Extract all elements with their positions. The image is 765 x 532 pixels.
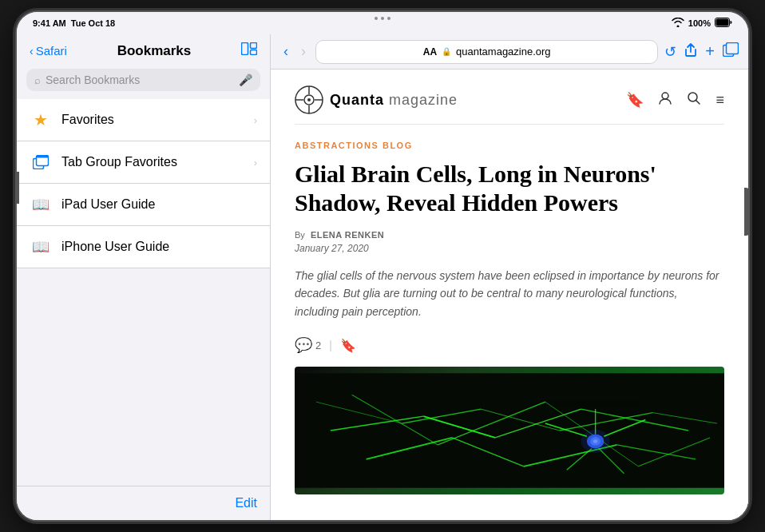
byline-name: ELENA RENKEN	[311, 230, 384, 240]
share-button[interactable]	[684, 42, 697, 62]
tab-group-favorites-item[interactable]: Tab Group Favorites ›	[17, 141, 270, 184]
bookmark-nav-icon[interactable]: 🔖	[626, 91, 644, 109]
byline-prefix: By	[295, 230, 305, 240]
iphone-guide-book-icon: 📖	[30, 236, 52, 258]
ipad-guide-book-icon: 📖	[30, 193, 52, 216]
back-chevron-icon: ‹	[30, 45, 34, 58]
article-byline: By ELENA RENKEN	[295, 230, 724, 240]
comment-count: 2	[315, 339, 321, 351]
battery-icon	[715, 18, 732, 29]
site-header: Quanta magazine 🔖	[295, 85, 724, 125]
back-label: Safari	[36, 44, 67, 58]
main-area: ‹ Safari Bookmarks ⌕ Search Bookmarks 🎤	[17, 34, 748, 520]
ipad-user-guide-label: iPad User Guide	[61, 197, 257, 212]
favorites-star-icon: ★	[30, 109, 52, 131]
date: Tue Oct 18	[71, 18, 115, 28]
svg-rect-2	[242, 43, 248, 55]
logo-quanta: Quanta	[330, 92, 384, 108]
article-content: Quanta magazine 🔖	[271, 69, 748, 520]
aa-button[interactable]: AA	[423, 46, 437, 58]
user-nav-icon[interactable]	[658, 91, 672, 109]
forward-button[interactable]: ›	[298, 40, 309, 63]
tab-group-favorites-label: Tab Group Favorites	[61, 155, 254, 169]
ipad-user-guide-item[interactable]: 📖 iPad User Guide	[17, 184, 270, 226]
wifi-icon	[672, 18, 684, 29]
svg-point-17	[662, 93, 668, 99]
article-actions: 💬 2 | 🔖	[295, 336, 724, 354]
save-article-icon[interactable]: 🔖	[340, 338, 356, 353]
back-to-safari-button[interactable]: ‹ Safari	[30, 44, 67, 58]
tabs-button[interactable]	[723, 42, 739, 61]
search-bookmarks-input[interactable]: Search Bookmarks	[46, 73, 234, 86]
url-text: quantamagazine.org	[456, 46, 551, 58]
comment-bubble-icon: 💬	[295, 336, 312, 354]
browser-area: ‹ › AA 🔒 quantamagazine.org ↺ +	[271, 34, 748, 520]
search-icon: ⌕	[34, 74, 41, 86]
comment-badge[interactable]: 💬 2	[295, 336, 321, 354]
iphone-user-guide-label: iPhone User Guide	[61, 240, 257, 254]
svg-rect-4	[251, 50, 257, 55]
iphone-user-guide-item[interactable]: 📖 iPhone User Guide	[17, 226, 270, 268]
svg-rect-20	[295, 373, 724, 487]
home-button	[744, 188, 750, 236]
tab-group-chevron-icon: ›	[254, 157, 257, 169]
sidebar-footer: Edit	[17, 486, 270, 520]
sidebar-layout-button[interactable]	[241, 42, 257, 59]
address-bar[interactable]: AA 🔒 quantamagazine.org	[315, 40, 658, 64]
article-date: January 27, 2020	[295, 243, 724, 254]
back-button[interactable]: ‹	[280, 40, 291, 63]
favorites-label: Favorites	[61, 113, 254, 127]
microphone-icon[interactable]: 🎤	[239, 73, 252, 86]
svg-rect-9	[727, 43, 739, 54]
bookmarks-sidebar: ‹ Safari Bookmarks ⌕ Search Bookmarks 🎤	[17, 34, 271, 520]
search-bookmarks-bar[interactable]: ⌕ Search Bookmarks 🎤	[26, 69, 260, 91]
favorites-chevron-icon: ›	[254, 114, 257, 126]
logo-area: Quanta magazine	[295, 85, 458, 114]
quanta-logo-icon	[295, 85, 323, 114]
logo-text: Quanta magazine	[330, 92, 458, 109]
add-tab-button[interactable]: +	[705, 42, 715, 61]
ipad-frame: 9:41 AM Tue Oct 18 100%	[15, 10, 750, 522]
volume-button	[15, 172, 19, 204]
article-category: ABSTRACTIONS BLOG	[295, 141, 724, 150]
divider: |	[329, 339, 332, 351]
logo-magazine: magazine	[389, 92, 458, 108]
toolbar-actions: ↺ +	[664, 42, 739, 62]
article-hero-image	[295, 367, 724, 494]
bookmark-list: ★ Favorites › Tab Group Favorites	[17, 99, 270, 486]
time: 9:41 AM	[33, 18, 66, 28]
svg-rect-3	[251, 43, 257, 49]
svg-point-16	[307, 98, 311, 101]
status-bar: 9:41 AM Tue Oct 18 100%	[17, 12, 748, 34]
sidebar-title: Bookmarks	[117, 43, 192, 59]
sidebar-header: ‹ Safari Bookmarks	[17, 34, 270, 66]
reload-button[interactable]: ↺	[664, 43, 676, 61]
search-nav-icon[interactable]	[687, 91, 701, 109]
tab-group-icon	[30, 151, 52, 173]
article-excerpt: The glial cells of the nervous system ha…	[295, 267, 724, 320]
article-title: Glial Brain Cells, Long in Neurons' Shad…	[295, 160, 724, 217]
svg-rect-7	[37, 156, 49, 158]
favorites-item[interactable]: ★ Favorites ›	[17, 99, 270, 141]
edit-button[interactable]: Edit	[235, 496, 257, 510]
svg-rect-1	[716, 19, 729, 26]
browser-toolbar: ‹ › AA 🔒 quantamagazine.org ↺ +	[271, 34, 748, 69]
lock-icon: 🔒	[442, 47, 451, 56]
svg-line-19	[696, 100, 700, 104]
menu-nav-icon[interactable]: ≡	[715, 92, 724, 109]
battery-text: 100%	[688, 18, 711, 28]
site-nav: 🔖 ≡	[626, 91, 724, 109]
